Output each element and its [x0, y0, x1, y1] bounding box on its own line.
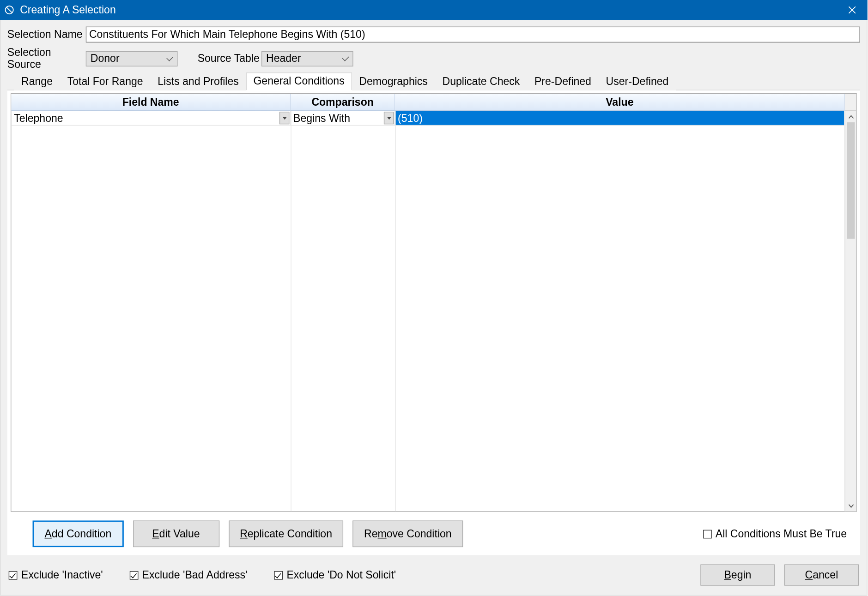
- cell-field-name-text: Telephone: [14, 112, 63, 124]
- add-condition-button[interactable]: Add Condition: [33, 521, 124, 548]
- grid-header-comparison[interactable]: Comparison: [291, 94, 395, 111]
- edit-value-label: Edit Value: [152, 528, 200, 539]
- source-table-value: Header: [266, 53, 301, 65]
- tab-page-general-conditions: Field Name Comparison Value Telephone Be…: [7, 90, 860, 555]
- scroll-down-button[interactable]: [845, 500, 856, 511]
- tab-duplicate-check[interactable]: Duplicate Check: [435, 73, 527, 90]
- exclude-bad-address-label: Exclude 'Bad Address': [142, 569, 248, 581]
- cell-field-name[interactable]: Telephone: [11, 111, 291, 126]
- exclude-do-not-solicit-label: Exclude 'Do Not Solicit': [286, 569, 396, 581]
- close-icon: [848, 6, 856, 14]
- window-title: Creating A Selection: [20, 4, 837, 16]
- cell-comparison-dropdown-button[interactable]: [384, 112, 394, 124]
- cancel-label: Cancel: [805, 569, 838, 580]
- tab-strip: Range Total For Range Lists and Profiles…: [7, 72, 860, 90]
- add-condition-label: Add Condition: [44, 528, 111, 539]
- window-close-button[interactable]: [837, 0, 868, 20]
- begin-label: Begin: [724, 569, 751, 580]
- chevron-down-icon: [848, 504, 854, 508]
- all-conditions-label: All Conditions Must Be True: [716, 528, 847, 540]
- cell-value-text: (510): [398, 112, 423, 124]
- grid-header-scroll-stub: [845, 94, 856, 111]
- tab-user-defined[interactable]: User-Defined: [599, 73, 676, 90]
- cell-value[interactable]: (510): [395, 111, 844, 126]
- scroll-up-button[interactable]: [845, 111, 856, 122]
- selection-source-value: Donor: [91, 53, 120, 65]
- cancel-button[interactable]: Cancel: [784, 565, 859, 586]
- tab-demographics[interactable]: Demographics: [352, 73, 435, 90]
- replicate-condition-label: Replicate Condition: [240, 528, 332, 539]
- cell-comparison[interactable]: Begins With: [291, 111, 395, 126]
- svg-line-1: [6, 7, 12, 13]
- remove-condition-label: Remove Condition: [364, 528, 452, 539]
- selection-source-dropdown[interactable]: Donor: [86, 51, 178, 66]
- tab-lists-and-profiles[interactable]: Lists and Profiles: [150, 73, 246, 90]
- source-table-label: Source Table: [198, 53, 261, 65]
- window-titlebar: Creating A Selection: [0, 0, 868, 20]
- grid-column-separator: [395, 111, 395, 511]
- tab-range[interactable]: Range: [14, 73, 60, 90]
- checkbox-box: [274, 571, 283, 579]
- chevron-up-icon: [848, 114, 854, 119]
- checkbox-box: [129, 571, 138, 579]
- edit-value-button[interactable]: Edit Value: [133, 521, 219, 548]
- checkbox-box: [703, 530, 711, 538]
- grid-column-separator: [291, 111, 291, 511]
- remove-condition-button[interactable]: Remove Condition: [353, 521, 463, 548]
- source-table-dropdown[interactable]: Header: [261, 51, 353, 66]
- replicate-condition-button[interactable]: Replicate Condition: [229, 521, 344, 548]
- grid-header-value[interactable]: Value: [395, 94, 844, 111]
- selection-name-label: Selection Name: [7, 29, 86, 41]
- checkbox-box: [9, 571, 18, 579]
- exclude-inactive-label: Exclude 'Inactive': [21, 569, 103, 581]
- exclude-inactive-checkbox[interactable]: Exclude 'Inactive': [9, 569, 103, 581]
- cell-comparison-text: Begins With: [293, 112, 350, 124]
- selection-source-label: Selection Source: [7, 47, 86, 71]
- tab-pre-defined[interactable]: Pre-Defined: [527, 73, 599, 90]
- exclude-do-not-solicit-checkbox[interactable]: Exclude 'Do Not Solicit': [274, 569, 396, 581]
- begin-button[interactable]: Begin: [700, 565, 775, 586]
- grid-row[interactable]: Telephone Begins With (510): [11, 111, 844, 126]
- app-icon: [4, 5, 15, 15]
- grid-header-field-name[interactable]: Field Name: [11, 94, 291, 111]
- all-conditions-must-be-true-checkbox[interactable]: All Conditions Must Be True: [703, 528, 847, 540]
- exclude-bad-address-checkbox[interactable]: Exclude 'Bad Address': [129, 569, 247, 581]
- selection-name-input[interactable]: [86, 27, 860, 43]
- scroll-thumb[interactable]: [847, 122, 855, 239]
- tab-total-for-range[interactable]: Total For Range: [60, 73, 151, 90]
- conditions-grid: Field Name Comparison Value Telephone Be…: [11, 93, 857, 512]
- cell-field-name-dropdown-button[interactable]: [279, 112, 290, 124]
- tab-general-conditions[interactable]: General Conditions: [246, 72, 352, 90]
- grid-vertical-scrollbar[interactable]: [845, 111, 856, 511]
